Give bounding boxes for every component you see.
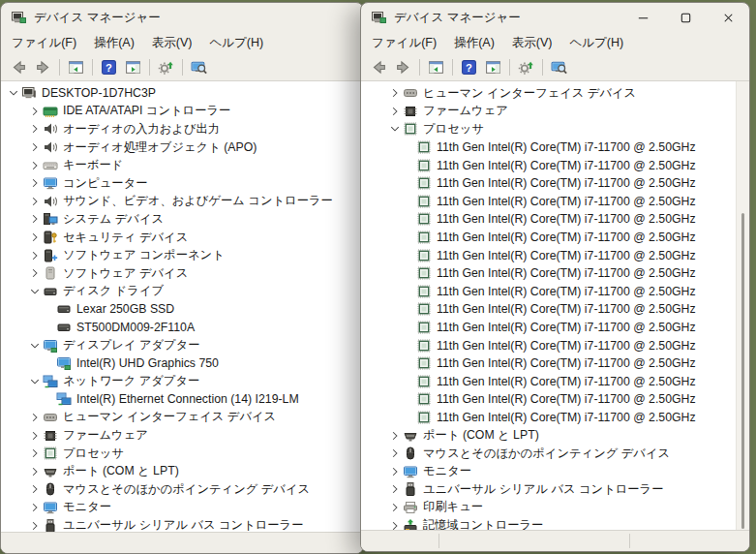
chevron-right-icon[interactable] — [26, 194, 43, 209]
chevron-right-icon[interactable] — [386, 500, 403, 515]
toolbar-search-computer-button[interactable] — [187, 56, 211, 78]
chevron-right-icon[interactable] — [26, 265, 43, 281]
menu-view[interactable]: 表示(V) — [503, 32, 561, 54]
chevron-down-icon[interactable] — [5, 85, 21, 101]
tree-item[interactable]: 記憶域コントローラー — [361, 516, 737, 530]
chevron-right-icon[interactable] — [26, 428, 43, 444]
tree-item[interactable]: システム デバイス — [1, 210, 363, 229]
chevron-right-icon[interactable] — [26, 139, 43, 155]
chevron-right-icon[interactable] — [26, 464, 43, 479]
toolbar-help-button[interactable]: ? — [457, 56, 481, 78]
tree-item[interactable]: ポート (COM と LPT) — [361, 426, 737, 445]
minimize-button[interactable] — [621, 3, 664, 32]
tree-item[interactable]: ファームウェア — [1, 426, 363, 445]
tree-item[interactable]: ST500DM009-2F110A — [1, 319, 363, 337]
chevron-down-icon[interactable] — [26, 284, 43, 299]
tree-item[interactable]: ソフトウェア デバイス — [1, 264, 363, 283]
tree-item[interactable]: 11th Gen Intel(R) Core(TM) i7-11700 @ 2.… — [361, 264, 737, 283]
tree-item[interactable]: ディスプレイ アダプター — [1, 336, 363, 354]
tree-item[interactable]: モニター — [361, 462, 737, 480]
toolbar-scan-hardware-button[interactable] — [154, 56, 178, 78]
chevron-right-icon[interactable] — [26, 104, 43, 119]
chevron-right-icon[interactable] — [386, 481, 403, 497]
title-bar[interactable]: デバイス マネージャー — [361, 3, 749, 32]
tree-item[interactable]: 11th Gen Intel(R) Core(TM) i7-11700 @ 2.… — [361, 210, 737, 229]
tree-item[interactable]: キーボード — [1, 156, 363, 174]
tree-item[interactable]: 11th Gen Intel(R) Core(TM) i7-11700 @ 2.… — [361, 354, 737, 373]
toolbar-forward-button[interactable] — [31, 56, 55, 78]
tree-item[interactable]: コンピューター — [1, 174, 363, 193]
tree-item[interactable]: 11th Gen Intel(R) Core(TM) i7-11700 @ 2.… — [361, 283, 737, 301]
chevron-right-icon[interactable] — [26, 158, 43, 173]
chevron-down-icon[interactable] — [26, 338, 43, 354]
chevron-right-icon[interactable] — [386, 518, 403, 530]
chevron-right-icon[interactable] — [26, 518, 43, 532]
menu-view[interactable]: 表示(V) — [143, 32, 201, 54]
tree-item[interactable]: 11th Gen Intel(R) Core(TM) i7-11700 @ 2.… — [361, 319, 737, 337]
menu-file[interactable]: ファイル(F) — [363, 32, 445, 54]
tree-item[interactable]: 11th Gen Intel(R) Core(TM) i7-11700 @ 2.… — [361, 409, 737, 427]
tree-item[interactable]: ポート (COM と LPT) — [1, 462, 363, 480]
tree-item[interactable]: プロセッサ — [1, 445, 363, 463]
toolbar-search-computer-button[interactable] — [547, 56, 571, 78]
tree-item[interactable]: 11th Gen Intel(R) Core(TM) i7-11700 @ 2.… — [361, 300, 737, 319]
tree-item[interactable]: 11th Gen Intel(R) Core(TM) i7-11700 @ 2.… — [361, 229, 737, 247]
chevron-right-icon[interactable] — [26, 446, 43, 461]
chevron-down-icon[interactable] — [26, 374, 43, 389]
menu-help[interactable]: ヘルプ(H) — [560, 32, 632, 54]
tree-item[interactable]: セキュリティ デバイス — [1, 229, 363, 247]
toolbar-action-pane-button[interactable] — [481, 56, 505, 78]
vertical-scrollbar[interactable] — [736, 81, 749, 530]
tree-item[interactable]: Lexar 250GB SSD — [1, 300, 363, 319]
tree-item[interactable]: プロセッサ — [361, 120, 737, 138]
tree-item[interactable]: Intel(R) Ethernet Connection (14) I219-L… — [1, 390, 363, 409]
toolbar-scan-hardware-button[interactable] — [514, 56, 538, 78]
chevron-right-icon[interactable] — [26, 175, 43, 191]
chevron-right-icon[interactable] — [26, 410, 43, 425]
chevron-right-icon[interactable] — [386, 85, 403, 101]
chevron-right-icon[interactable] — [386, 428, 403, 444]
tree-item[interactable]: ヒューマン インターフェイス デバイス — [361, 84, 737, 103]
tree-item[interactable]: ファームウェア — [361, 103, 737, 121]
tree-item[interactable]: 11th Gen Intel(R) Core(TM) i7-11700 @ 2.… — [361, 174, 737, 193]
tree-item[interactable]: DESKTOP-1D7HC3P — [1, 84, 363, 103]
chevron-right-icon[interactable] — [26, 500, 43, 515]
tree-item[interactable]: ヒューマン インターフェイス デバイス — [1, 409, 363, 427]
tree-item[interactable]: 11th Gen Intel(R) Core(TM) i7-11700 @ 2.… — [361, 390, 737, 409]
tree-item[interactable]: 印刷キュー — [361, 499, 737, 517]
title-bar[interactable]: デバイス マネージャー — [1, 3, 363, 32]
menu-action[interactable]: 操作(A) — [85, 32, 143, 54]
toolbar-back-button[interactable] — [7, 56, 31, 78]
menu-help[interactable]: ヘルプ(H) — [200, 32, 272, 54]
tree-item[interactable]: マウスとそのほかのポインティング デバイス — [361, 445, 737, 463]
tree-item[interactable]: サウンド、ビデオ、およびゲーム コントローラー — [1, 193, 363, 211]
chevron-down-icon[interactable] — [386, 121, 403, 137]
toolbar-back-button[interactable] — [367, 56, 391, 78]
chevron-right-icon[interactable] — [386, 464, 403, 479]
maximize-button[interactable] — [664, 3, 707, 32]
tree-item[interactable]: マウスとそのほかのポインティング デバイス — [1, 480, 363, 499]
tree-item[interactable]: オーディオ処理オブジェクト (APO) — [1, 138, 363, 157]
chevron-right-icon[interactable] — [26, 248, 43, 263]
menu-file[interactable]: ファイル(F) — [3, 32, 85, 54]
tree-item[interactable]: 11th Gen Intel(R) Core(TM) i7-11700 @ 2.… — [361, 138, 737, 157]
tree-item[interactable]: IDE ATA/ATAPI コントローラー — [1, 103, 363, 121]
tree-item[interactable]: Intel(R) UHD Graphics 750 — [1, 354, 363, 373]
tree-item[interactable]: 11th Gen Intel(R) Core(TM) i7-11700 @ 2.… — [361, 156, 737, 174]
chevron-right-icon[interactable] — [26, 230, 43, 245]
tree-item[interactable]: 11th Gen Intel(R) Core(TM) i7-11700 @ 2.… — [361, 336, 737, 354]
tree-item[interactable]: モニター — [1, 499, 363, 517]
tree-item[interactable]: ユニバーサル シリアル バス コントローラー — [1, 516, 363, 532]
tree-item[interactable]: ユニバーサル シリアル バス コントローラー — [361, 480, 737, 499]
tree-item[interactable]: ネットワーク アダプター — [1, 373, 363, 391]
scrollbar-thumb[interactable] — [741, 213, 744, 529]
toolbar-forward-button[interactable] — [391, 56, 415, 78]
close-button[interactable] — [707, 3, 749, 32]
tree-item[interactable]: オーディオの入力および出力 — [1, 120, 363, 138]
toolbar-console-tree-button[interactable] — [64, 56, 88, 78]
chevron-right-icon[interactable] — [386, 104, 403, 119]
chevron-right-icon[interactable] — [26, 211, 43, 227]
toolbar-action-pane-button[interactable] — [121, 56, 145, 78]
tree-item[interactable]: ディスク ドライブ — [1, 283, 363, 301]
toolbar-help-button[interactable]: ? — [97, 56, 121, 78]
